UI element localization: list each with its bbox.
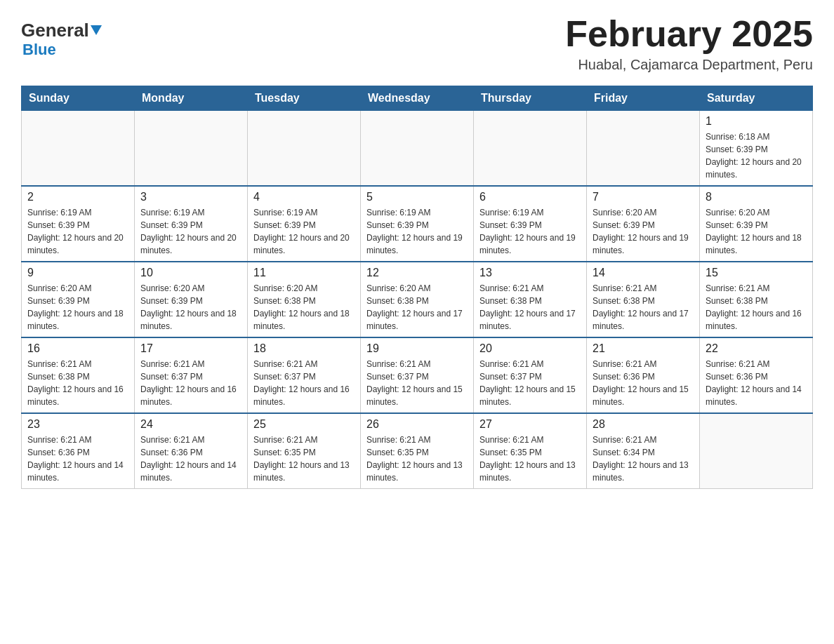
day-info: Sunrise: 6:21 AMSunset: 6:38 PMDaylight:… bbox=[706, 282, 807, 333]
week-row-5: 23Sunrise: 6:21 AMSunset: 6:36 PMDayligh… bbox=[22, 413, 813, 489]
table-row bbox=[474, 111, 587, 187]
day-number: 10 bbox=[140, 267, 241, 279]
table-row: 22Sunrise: 6:21 AMSunset: 6:36 PMDayligh… bbox=[700, 337, 813, 413]
day-info: Sunrise: 6:19 AMSunset: 6:39 PMDaylight:… bbox=[253, 206, 355, 257]
table-row: 5Sunrise: 6:19 AMSunset: 6:39 PMDaylight… bbox=[361, 186, 474, 262]
table-row: 14Sunrise: 6:21 AMSunset: 6:38 PMDayligh… bbox=[587, 262, 700, 337]
table-row: 1Sunrise: 6:18 AMSunset: 6:39 PMDaylight… bbox=[700, 111, 813, 187]
table-row: 27Sunrise: 6:21 AMSunset: 6:35 PMDayligh… bbox=[474, 413, 587, 489]
day-info: Sunrise: 6:20 AMSunset: 6:39 PMDaylight:… bbox=[27, 282, 128, 333]
table-row: 15Sunrise: 6:21 AMSunset: 6:38 PMDayligh… bbox=[700, 262, 813, 337]
day-number: 24 bbox=[140, 418, 241, 431]
table-row: 11Sunrise: 6:20 AMSunset: 6:38 PMDayligh… bbox=[248, 262, 361, 337]
table-row: 26Sunrise: 6:21 AMSunset: 6:35 PMDayligh… bbox=[361, 413, 474, 489]
day-info: Sunrise: 6:21 AMSunset: 6:36 PMDaylight:… bbox=[27, 434, 128, 484]
logo-blue: Blue bbox=[22, 41, 56, 59]
table-row: 21Sunrise: 6:21 AMSunset: 6:36 PMDayligh… bbox=[587, 337, 700, 413]
week-row-3: 9Sunrise: 6:20 AMSunset: 6:39 PMDaylight… bbox=[22, 262, 813, 337]
day-number: 3 bbox=[140, 191, 241, 203]
table-row bbox=[361, 111, 474, 187]
table-row bbox=[587, 111, 700, 187]
week-row-2: 2Sunrise: 6:19 AMSunset: 6:39 PMDaylight… bbox=[22, 186, 813, 262]
calendar-table: Sunday Monday Tuesday Wednesday Thursday… bbox=[21, 86, 813, 489]
table-row: 9Sunrise: 6:20 AMSunset: 6:39 PMDaylight… bbox=[22, 262, 135, 337]
table-row: 20Sunrise: 6:21 AMSunset: 6:37 PMDayligh… bbox=[474, 337, 587, 413]
logo: General Blue bbox=[21, 21, 102, 59]
table-row: 25Sunrise: 6:21 AMSunset: 6:35 PMDayligh… bbox=[248, 413, 361, 489]
day-info: Sunrise: 6:21 AMSunset: 6:38 PMDaylight:… bbox=[593, 282, 694, 333]
day-number: 2 bbox=[27, 191, 128, 203]
table-row: 23Sunrise: 6:21 AMSunset: 6:36 PMDayligh… bbox=[22, 413, 135, 489]
day-info: Sunrise: 6:19 AMSunset: 6:39 PMDaylight:… bbox=[366, 206, 468, 257]
day-number: 25 bbox=[253, 418, 355, 431]
table-row bbox=[700, 413, 813, 489]
table-row: 28Sunrise: 6:21 AMSunset: 6:34 PMDayligh… bbox=[587, 413, 700, 489]
table-row: 16Sunrise: 6:21 AMSunset: 6:38 PMDayligh… bbox=[22, 337, 135, 413]
day-number: 8 bbox=[706, 191, 807, 203]
col-friday: Friday bbox=[587, 86, 700, 111]
table-row: 4Sunrise: 6:19 AMSunset: 6:39 PMDaylight… bbox=[248, 186, 361, 262]
table-row: 18Sunrise: 6:21 AMSunset: 6:37 PMDayligh… bbox=[248, 337, 361, 413]
col-sunday: Sunday bbox=[22, 86, 135, 111]
day-info: Sunrise: 6:20 AMSunset: 6:39 PMDaylight:… bbox=[140, 282, 241, 333]
day-info: Sunrise: 6:21 AMSunset: 6:35 PMDaylight:… bbox=[253, 434, 355, 484]
day-info: Sunrise: 6:21 AMSunset: 6:37 PMDaylight:… bbox=[366, 358, 468, 408]
calendar-header-row: Sunday Monday Tuesday Wednesday Thursday… bbox=[22, 86, 813, 111]
page-header: General Blue February 2025 Huabal, Cajam… bbox=[21, 14, 813, 73]
day-info: Sunrise: 6:20 AMSunset: 6:38 PMDaylight:… bbox=[253, 282, 355, 333]
day-number: 18 bbox=[253, 342, 355, 355]
day-info: Sunrise: 6:21 AMSunset: 6:38 PMDaylight:… bbox=[27, 358, 128, 408]
day-info: Sunrise: 6:21 AMSunset: 6:37 PMDaylight:… bbox=[253, 358, 355, 408]
day-info: Sunrise: 6:21 AMSunset: 6:34 PMDaylight:… bbox=[593, 434, 694, 484]
day-info: Sunrise: 6:21 AMSunset: 6:37 PMDaylight:… bbox=[479, 358, 581, 408]
day-number: 7 bbox=[593, 191, 694, 203]
col-monday: Monday bbox=[135, 86, 248, 111]
day-number: 28 bbox=[593, 418, 694, 431]
table-row bbox=[135, 111, 248, 187]
calendar-subtitle: Huabal, Cajamarca Department, Peru bbox=[565, 57, 813, 73]
day-number: 27 bbox=[479, 418, 581, 431]
table-row: 24Sunrise: 6:21 AMSunset: 6:36 PMDayligh… bbox=[135, 413, 248, 489]
table-row: 10Sunrise: 6:20 AMSunset: 6:39 PMDayligh… bbox=[135, 262, 248, 337]
week-row-4: 16Sunrise: 6:21 AMSunset: 6:38 PMDayligh… bbox=[22, 337, 813, 413]
day-number: 6 bbox=[479, 191, 581, 203]
col-thursday: Thursday bbox=[474, 86, 587, 111]
table-row: 8Sunrise: 6:20 AMSunset: 6:39 PMDaylight… bbox=[700, 186, 813, 262]
day-info: Sunrise: 6:20 AMSunset: 6:39 PMDaylight:… bbox=[593, 206, 694, 257]
table-row: 13Sunrise: 6:21 AMSunset: 6:38 PMDayligh… bbox=[474, 262, 587, 337]
day-number: 20 bbox=[479, 342, 581, 355]
table-row: 6Sunrise: 6:19 AMSunset: 6:39 PMDaylight… bbox=[474, 186, 587, 262]
day-number: 17 bbox=[140, 342, 241, 355]
table-row bbox=[248, 111, 361, 187]
table-row bbox=[22, 111, 135, 187]
day-info: Sunrise: 6:21 AMSunset: 6:35 PMDaylight:… bbox=[366, 434, 468, 484]
logo-general: General bbox=[21, 21, 102, 39]
col-wednesday: Wednesday bbox=[361, 86, 474, 111]
logo-triangle-icon bbox=[91, 25, 102, 35]
day-info: Sunrise: 6:21 AMSunset: 6:36 PMDaylight:… bbox=[706, 358, 807, 408]
day-info: Sunrise: 6:19 AMSunset: 6:39 PMDaylight:… bbox=[27, 206, 128, 257]
table-row: 17Sunrise: 6:21 AMSunset: 6:37 PMDayligh… bbox=[135, 337, 248, 413]
day-info: Sunrise: 6:21 AMSunset: 6:38 PMDaylight:… bbox=[479, 282, 581, 333]
day-number: 14 bbox=[593, 267, 694, 279]
day-number: 23 bbox=[27, 418, 128, 431]
day-number: 9 bbox=[27, 267, 128, 279]
day-info: Sunrise: 6:19 AMSunset: 6:39 PMDaylight:… bbox=[479, 206, 581, 257]
table-row: 19Sunrise: 6:21 AMSunset: 6:37 PMDayligh… bbox=[361, 337, 474, 413]
day-number: 5 bbox=[366, 191, 468, 203]
day-info: Sunrise: 6:21 AMSunset: 6:37 PMDaylight:… bbox=[140, 358, 241, 408]
day-info: Sunrise: 6:20 AMSunset: 6:39 PMDaylight:… bbox=[706, 206, 807, 257]
title-area: February 2025 Huabal, Cajamarca Departme… bbox=[565, 14, 813, 73]
table-row: 7Sunrise: 6:20 AMSunset: 6:39 PMDaylight… bbox=[587, 186, 700, 262]
day-info: Sunrise: 6:20 AMSunset: 6:38 PMDaylight:… bbox=[366, 282, 468, 333]
day-number: 12 bbox=[366, 267, 468, 279]
day-number: 16 bbox=[27, 342, 128, 355]
day-number: 21 bbox=[593, 342, 694, 355]
day-info: Sunrise: 6:18 AMSunset: 6:39 PMDaylight:… bbox=[706, 130, 807, 181]
col-tuesday: Tuesday bbox=[248, 86, 361, 111]
day-info: Sunrise: 6:21 AMSunset: 6:36 PMDaylight:… bbox=[593, 358, 694, 408]
table-row: 12Sunrise: 6:20 AMSunset: 6:38 PMDayligh… bbox=[361, 262, 474, 337]
day-number: 13 bbox=[479, 267, 581, 279]
day-number: 1 bbox=[706, 115, 807, 128]
day-number: 15 bbox=[706, 267, 807, 279]
